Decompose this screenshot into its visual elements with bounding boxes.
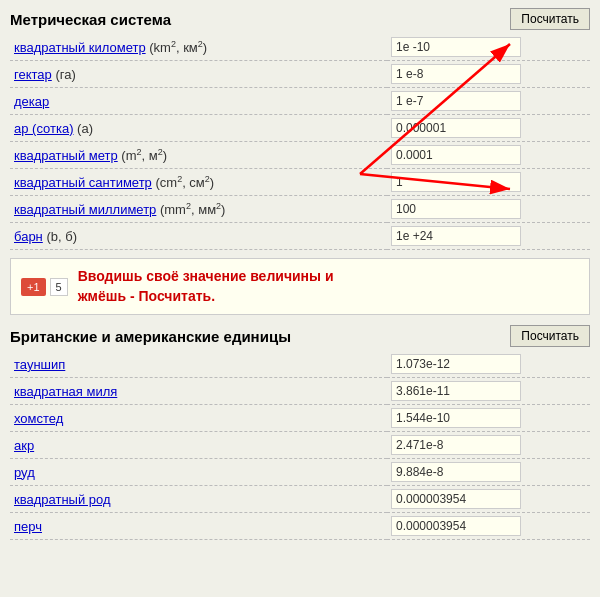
table-row: тауншип	[10, 351, 590, 378]
unit-link-rood[interactable]: руд	[14, 465, 35, 480]
british-calc-button[interactable]: Посчитать	[510, 325, 590, 347]
unit-input-township[interactable]	[391, 354, 521, 374]
gplus-count: 5	[50, 278, 68, 296]
unit-link-km2[interactable]: квадратный километр	[14, 40, 146, 55]
table-row: гектар (га)	[10, 61, 590, 88]
unit-link-barn[interactable]: барн	[14, 229, 43, 244]
metric-units-table: квадратный километр (km2, км2) гектар (г…	[10, 34, 590, 250]
unit-input-acre[interactable]	[391, 435, 521, 455]
table-row: квадратная миля	[10, 378, 590, 405]
british-section-title: Британские и американские единицы	[10, 328, 291, 345]
table-row: квадратный километр (km2, км2)	[10, 34, 590, 61]
unit-link-homestead[interactable]: хомстед	[14, 411, 63, 426]
info-text: Вводишь своё значение величины и жмёшь -…	[78, 267, 334, 306]
info-box: +1 5 Вводишь своё значение величины и жм…	[10, 258, 590, 315]
unit-link-township[interactable]: тауншип	[14, 357, 65, 372]
unit-input-km2[interactable]	[391, 37, 521, 57]
table-row: квадратный миллиметр (mm2, мм2)	[10, 196, 590, 223]
unit-link-m2[interactable]: квадратный метр	[14, 148, 118, 163]
unit-input-perch[interactable]	[391, 516, 521, 536]
unit-link-dekar[interactable]: декар	[14, 94, 49, 109]
gplus-button[interactable]: +1	[21, 278, 46, 296]
unit-input-dekar[interactable]	[391, 91, 521, 111]
unit-link-hectare[interactable]: гектар	[14, 67, 52, 82]
unit-input-m2[interactable]	[391, 145, 521, 165]
table-row: квадратный метр (m2, м2)	[10, 142, 590, 169]
unit-link-acre[interactable]: акр	[14, 438, 34, 453]
unit-input-homestead[interactable]	[391, 408, 521, 428]
unit-link-cm2[interactable]: квадратный сантиметр	[14, 175, 152, 190]
unit-input-ar[interactable]	[391, 118, 521, 138]
gplus-widget: +1 5	[21, 278, 68, 296]
metric-section-title: Метрическая система	[10, 11, 171, 28]
metric-calc-button[interactable]: Посчитать	[510, 8, 590, 30]
table-row: акр	[10, 432, 590, 459]
unit-input-hectare[interactable]	[391, 64, 521, 84]
unit-input-sq-rod[interactable]	[391, 489, 521, 509]
unit-link-ar[interactable]: ар (сотка)	[14, 121, 73, 136]
unit-input-mm2[interactable]	[391, 199, 521, 219]
unit-input-barn[interactable]	[391, 226, 521, 246]
unit-input-sq-mile[interactable]	[391, 381, 521, 401]
table-row: перч	[10, 513, 590, 540]
unit-link-perch[interactable]: перч	[14, 519, 42, 534]
table-row: руд	[10, 459, 590, 486]
table-row: декар	[10, 88, 590, 115]
unit-link-mm2[interactable]: квадратный миллиметр	[14, 202, 156, 217]
table-row: квадратный род	[10, 486, 590, 513]
table-row: квадратный сантиметр (cm2, см2)	[10, 169, 590, 196]
table-row: ар (сотка) (а)	[10, 115, 590, 142]
unit-input-rood[interactable]	[391, 462, 521, 482]
british-units-table: тауншип квадратная миля хомстед	[10, 351, 590, 540]
table-row: хомстед	[10, 405, 590, 432]
unit-link-sq-mile[interactable]: квадратная миля	[14, 384, 117, 399]
table-row: барн (b, б)	[10, 223, 590, 250]
unit-input-cm2[interactable]	[391, 172, 521, 192]
unit-link-sq-rod[interactable]: квадратный род	[14, 492, 111, 507]
